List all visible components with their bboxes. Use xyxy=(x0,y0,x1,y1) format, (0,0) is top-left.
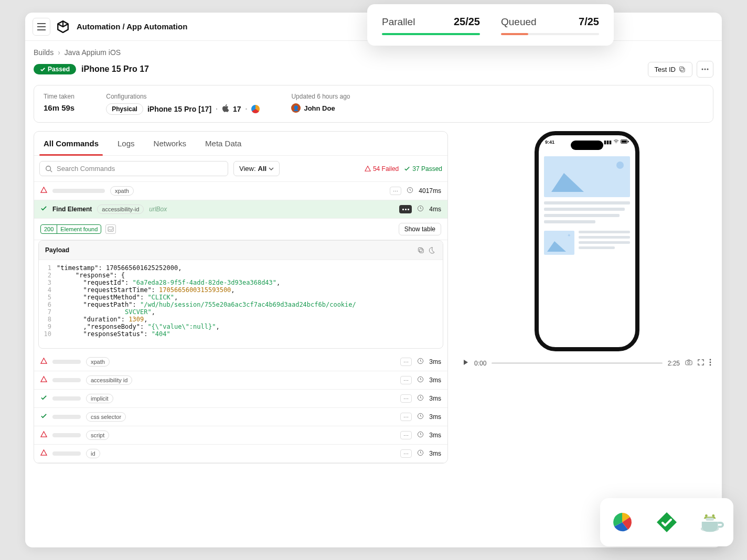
tab-logs[interactable]: Logs xyxy=(108,132,144,155)
copy-payload-button[interactable] xyxy=(415,245,426,255)
search-input[interactable]: Search Commands xyxy=(39,161,228,176)
svg-rect-18 xyxy=(622,141,627,143)
hamburger-icon xyxy=(37,23,46,30)
svg-point-26 xyxy=(705,514,708,517)
command-row[interactable]: xpath⋯3ms xyxy=(34,353,447,371)
response-status-pill: 200 Element found xyxy=(40,224,101,234)
toggle-theme-button[interactable] xyxy=(426,245,436,255)
row-more-button[interactable]: ⋯ xyxy=(390,187,401,195)
clock-icon xyxy=(417,449,424,458)
apple-icon xyxy=(222,104,229,114)
svg-point-2 xyxy=(702,69,703,70)
screenshot-thumb-button[interactable] xyxy=(105,224,116,234)
command-row-active[interactable]: Find Element accessibility-id urlBox 4ms xyxy=(34,200,447,219)
check-icon xyxy=(40,67,46,72)
video-more-button[interactable] xyxy=(709,359,711,368)
wifi-icon xyxy=(613,139,619,145)
espresso-icon xyxy=(699,510,724,535)
page-title: Automation / App Automation xyxy=(77,22,187,31)
command-row[interactable]: xpath ⋯ 4017ms xyxy=(34,182,447,200)
parallel-label: Parallel xyxy=(382,16,415,28)
video-scrubber[interactable] xyxy=(492,362,662,364)
video-total-time: 2:25 xyxy=(668,360,680,367)
warning-icon xyxy=(40,187,47,195)
svg-rect-19 xyxy=(628,141,629,143)
svg-rect-10 xyxy=(418,247,422,251)
video-current-time: 0:00 xyxy=(474,360,486,367)
command-row[interactable]: accessibility id⋯3ms xyxy=(34,371,447,390)
row-more-button[interactable]: ⋯ xyxy=(400,358,412,366)
fullscreen-button[interactable] xyxy=(698,359,704,367)
dots-horizontal-icon xyxy=(701,68,709,70)
warning-icon xyxy=(40,431,47,439)
svg-rect-9 xyxy=(419,249,423,252)
command-row[interactable]: script⋯3ms xyxy=(34,426,447,445)
failed-count: 54 Failed xyxy=(365,165,399,173)
framework-icons-card xyxy=(600,498,733,546)
command-duration: 4ms xyxy=(429,206,441,213)
command-row-expand: 200 Element found Show table xyxy=(34,219,447,240)
command-row[interactable]: css selector⋯3ms xyxy=(34,408,447,426)
row-more-button[interactable]: ⋯ xyxy=(400,413,412,421)
breadcrumb-root[interactable]: Builds xyxy=(34,48,54,57)
clock-icon xyxy=(417,413,424,421)
command-duration: 3ms xyxy=(429,376,441,384)
warning-icon xyxy=(40,376,47,384)
svg-point-27 xyxy=(712,514,714,517)
tab-all-commands[interactable]: All Commands xyxy=(34,132,108,155)
command-row[interactable]: implicit⋯3ms xyxy=(34,390,447,408)
clock-icon xyxy=(417,205,424,213)
menu-button[interactable] xyxy=(33,18,50,36)
more-button[interactable] xyxy=(697,61,713,78)
play-button[interactable] xyxy=(463,359,469,367)
parallel-value: 25/25 xyxy=(454,16,480,28)
payload-title: Payload xyxy=(45,246,69,254)
locator-value: urlBox xyxy=(149,206,167,213)
tab-networks[interactable]: Networks xyxy=(144,132,196,155)
queued-value: 7/25 xyxy=(579,16,599,28)
check-icon xyxy=(404,166,410,172)
copy-icon xyxy=(418,247,424,254)
session-title: iPhone 15 Pro 17 xyxy=(81,64,149,74)
selenium-icon xyxy=(654,510,679,535)
dots-vertical-icon xyxy=(709,359,711,366)
status-badge: Passed xyxy=(34,64,76,74)
time-taken-label: Time taken xyxy=(44,93,74,100)
warning-icon xyxy=(40,449,47,458)
locator-tag: script xyxy=(86,430,109,440)
chevron-right-icon: › xyxy=(58,48,60,57)
locator-tag: css selector xyxy=(86,412,126,422)
image-icon xyxy=(108,227,114,232)
payload-panel: Payload 1"timestamp": 170566560162525200… xyxy=(38,240,443,349)
device-clock: 9:41 xyxy=(545,139,554,145)
queued-label: Queued xyxy=(501,16,537,28)
battery-icon xyxy=(621,139,629,145)
row-more-button[interactable]: ⋯ xyxy=(400,449,412,458)
warning-icon xyxy=(365,166,371,172)
row-more-button[interactable]: ⋯ xyxy=(400,376,412,384)
clock-icon xyxy=(417,376,424,384)
screenshot-button[interactable] xyxy=(685,359,692,367)
clock-icon xyxy=(417,431,424,439)
command-row[interactable]: id⋯3ms xyxy=(34,445,447,463)
tab-meta-data[interactable]: Meta Data xyxy=(196,132,251,155)
row-more-button[interactable]: ⋯ xyxy=(400,431,412,439)
command-duration: 3ms xyxy=(429,395,441,402)
tabs: All Commands Logs Networks Meta Data xyxy=(34,132,447,156)
payload-code: 1"timestamp": 1705665601625252000,2 "res… xyxy=(39,260,443,348)
clock-icon xyxy=(407,187,413,195)
queued-bar xyxy=(501,33,599,35)
configurations-label: Configurations xyxy=(106,93,260,100)
svg-point-23 xyxy=(710,362,711,363)
test-id-button[interactable]: Test ID xyxy=(648,62,692,77)
clock-icon xyxy=(417,394,424,403)
view-filter-dropdown[interactable]: View: All xyxy=(233,161,280,176)
row-thumbnail[interactable] xyxy=(399,205,412,213)
search-icon xyxy=(45,165,52,173)
show-table-button[interactable]: Show table xyxy=(399,223,441,235)
row-more-button[interactable]: ⋯ xyxy=(400,394,412,403)
check-icon xyxy=(40,205,47,213)
expand-icon xyxy=(698,359,704,365)
locator-tag: xpath xyxy=(110,186,134,196)
physical-chip: Physical xyxy=(106,103,143,115)
